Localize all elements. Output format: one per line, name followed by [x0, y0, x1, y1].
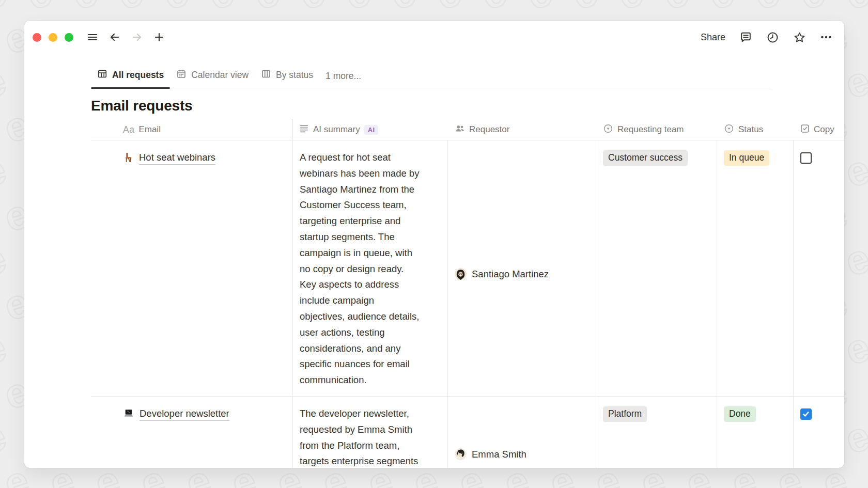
column-label: Requestor: [469, 124, 509, 135]
table-header-row: Aa Email AI summary AI Requestor: [91, 119, 844, 140]
tab-calendar-view[interactable]: Calendar view: [170, 69, 255, 88]
sidebar-menu-icon[interactable]: [86, 30, 99, 44]
column-header-status[interactable]: Status: [717, 119, 794, 140]
nav-controls: [86, 30, 166, 44]
new-page-icon[interactable]: [152, 30, 166, 44]
app-window: Share All requests C: [24, 21, 844, 468]
email-requests-table: Aa Email AI summary AI Requestor: [91, 119, 844, 468]
window-toolbar: Share: [24, 21, 844, 50]
status-cell[interactable]: In queue: [717, 140, 794, 396]
favorite-star-icon[interactable]: [793, 30, 806, 44]
laptop-emoji-icon: [123, 408, 134, 421]
back-arrow-icon[interactable]: [108, 30, 121, 44]
calendar-view-icon: [176, 69, 187, 82]
copy-checkbox[interactable]: [800, 408, 812, 420]
page-link[interactable]: Hot seat webinars: [139, 151, 215, 165]
tab-label: 1 more...: [326, 71, 361, 82]
team-tag: Customer success: [603, 150, 688, 166]
column-header-ai-summary[interactable]: AI summary AI: [292, 119, 448, 140]
updates-clock-icon[interactable]: [766, 30, 779, 44]
forward-arrow-icon[interactable]: [130, 30, 144, 44]
text-lines-icon: [299, 123, 309, 136]
select-circle-icon: [603, 123, 613, 136]
chair-emoji-icon: [123, 152, 134, 165]
column-label: Status: [738, 124, 763, 135]
column-label: AI summary: [313, 124, 360, 135]
column-header-email[interactable]: Aa Email: [91, 119, 292, 140]
share-button[interactable]: Share: [701, 32, 725, 43]
ai-badge: AI: [364, 125, 379, 135]
copy-cell: [794, 140, 844, 396]
status-tag: In queue: [724, 150, 769, 166]
tab-label: Calendar view: [191, 70, 249, 81]
avatar: [455, 268, 467, 280]
status-tag: Done: [724, 406, 756, 422]
ai-summary-cell[interactable]: The developer newsletter, requested by E…: [292, 397, 448, 468]
page-title: Email requests: [91, 96, 844, 116]
ai-summary-cell[interactable]: A request for hot seat webinars has been…: [292, 140, 448, 396]
more-options-icon[interactable]: [819, 30, 833, 44]
tab-label: All requests: [112, 70, 164, 81]
column-header-requesting-team[interactable]: Requesting team: [596, 119, 717, 140]
table-view-icon: [97, 69, 107, 82]
column-label: Copy: [814, 124, 834, 135]
table-row: Hot seat webinars A request for hot seat…: [91, 140, 844, 397]
column-label: Email: [138, 124, 161, 135]
view-tabbar: All requests Calendar view By status 1 m…: [91, 65, 771, 88]
tab-more-views[interactable]: 1 more...: [319, 71, 367, 88]
page-link[interactable]: Developer newsletter: [140, 407, 229, 421]
letter-case-icon: Aa: [123, 124, 134, 135]
tab-label: By status: [276, 70, 313, 81]
tab-all-requests[interactable]: All requests: [91, 69, 170, 88]
close-button[interactable]: [33, 33, 41, 42]
window-controls: [33, 33, 73, 42]
email-title-cell: Developer newsletter: [91, 397, 292, 468]
requesting-team-cell[interactable]: Platform: [596, 397, 717, 468]
requestor-cell[interactable]: Santiago Martinez: [448, 140, 596, 396]
copy-cell: [794, 397, 844, 468]
column-label: Requesting team: [617, 124, 684, 135]
team-tag: Platform: [603, 406, 647, 422]
tab-by-status[interactable]: By status: [255, 69, 319, 88]
status-cell[interactable]: Done: [717, 397, 794, 468]
person-name: Emma Smith: [472, 448, 526, 460]
table-row: Developer newsletter The developer newsl…: [91, 397, 844, 468]
checkbox-icon: [800, 124, 810, 136]
avatar: [455, 448, 467, 460]
column-header-copy[interactable]: Copy: [794, 119, 844, 140]
column-header-requestor[interactable]: Requestor: [448, 119, 596, 140]
toolbar-actions: Share: [701, 30, 833, 44]
board-view-icon: [261, 69, 271, 82]
select-circle-icon: [724, 123, 734, 136]
requestor-cell[interactable]: Emma Smith: [448, 397, 596, 468]
minimize-button[interactable]: [49, 33, 57, 42]
comments-icon[interactable]: [739, 30, 752, 44]
person-name: Santiago Martinez: [472, 268, 549, 280]
requesting-team-cell[interactable]: Customer success: [596, 140, 717, 396]
email-title-cell: Hot seat webinars: [91, 140, 292, 396]
copy-checkbox[interactable]: [800, 152, 812, 164]
zoom-button[interactable]: [65, 33, 73, 42]
people-icon: [455, 123, 465, 136]
